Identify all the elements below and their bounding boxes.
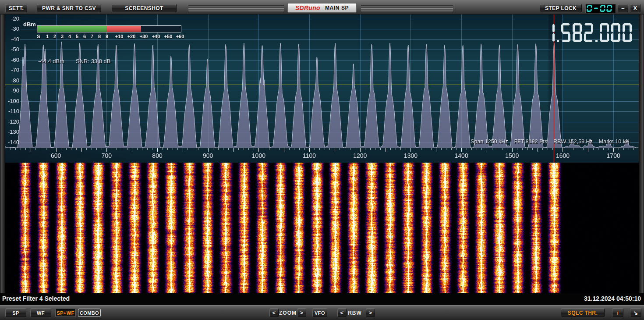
app-logo: SDRuno — [295, 4, 320, 11]
s-meter-scale-label: 2 — [53, 34, 56, 39]
rbw-up-button[interactable]: > — [366, 309, 375, 317]
sqlc-thr-button[interactable]: SQLC THR. — [561, 309, 605, 317]
waterfall-canvas[interactable] — [5, 163, 639, 293]
frequency-scale-label: 1600 — [556, 152, 570, 159]
zoom-label: ZOOM — [279, 310, 297, 316]
pwr-snr-to-csv-button[interactable]: PWR & SNR TO CSV — [37, 4, 101, 12]
frequency-scale-label: 1500 — [505, 152, 519, 159]
frequency-scale-label: 800 — [152, 152, 162, 159]
dbm-scale-label: -80 — [5, 78, 19, 84]
frequency-scale-label: 1300 — [404, 152, 418, 159]
dbm-scale-label: -60 — [5, 57, 19, 63]
window-frame-right — [639, 14, 644, 293]
s-meter-scale-label: 7 — [91, 34, 93, 39]
step-size-digits — [587, 4, 615, 13]
s-meter-scale-label: +60 — [176, 34, 184, 39]
frequency-readout — [545, 23, 633, 43]
dbm-scale-label: -100 — [5, 98, 19, 104]
dbm-scale-label: -130 — [5, 129, 19, 135]
s-meter-scale-label: +50 — [164, 34, 173, 39]
frequency-scale-label: 1100 — [303, 152, 316, 159]
s-meter-red-bar — [106, 26, 141, 32]
titlebar-grip-left — [188, 5, 284, 12]
dbm-scale-label: -70 — [5, 67, 19, 73]
sdruno-main-sp-window: SETT. PWR & SNR TO CSV SCREENSHOT SDRuno… — [0, 0, 644, 320]
measurement-readout: -44,4 dBm SNR: 33,8 dB — [38, 58, 64, 64]
fft-readout: FFT 8192 Pts — [514, 139, 548, 145]
s-meter — [37, 25, 181, 32]
frequency-scale-label: 1200 — [353, 152, 367, 159]
step-size-display — [585, 4, 616, 13]
dbm-scale-label: -140 — [5, 139, 19, 146]
rbw-down-button[interactable]: < — [337, 309, 347, 317]
status-bar: Preset Filter 4 Selected 31.12.2024 04:5… — [0, 293, 644, 305]
frequency-scale-label: 600 — [51, 152, 61, 159]
dbm-scale-label: -50 — [5, 46, 19, 53]
s-meter-scale-label: S — [37, 34, 40, 39]
minimize-button[interactable]: – — [618, 4, 628, 12]
combo-view-button[interactable]: COMBO — [78, 309, 101, 317]
rbw-readout: RBW 152,59 Hz — [553, 139, 593, 145]
dbm-scale-label: -30 — [5, 26, 19, 32]
sp-wf-view-button[interactable]: SP+WF — [55, 309, 76, 317]
zoom-out-button[interactable]: < — [269, 309, 279, 317]
s-meter-scale-label: 8 — [98, 34, 101, 39]
frequency-scale-label: 1700 — [607, 152, 620, 159]
s-meter-scale-label: 5 — [76, 34, 78, 39]
title-plate: SDRuno MAIN SP — [287, 3, 357, 13]
s-meter-green-bar — [37, 26, 106, 32]
bottom-toolbar: SP WF SP+WF COMBO < ZOOM > VFO < RBW > S… — [0, 305, 644, 320]
settings-button[interactable]: SETT. — [5, 4, 27, 12]
dbm-unit-label: dBm — [23, 21, 36, 28]
window-frame-left — [0, 14, 5, 293]
s-meter-scale-label: +10 — [115, 34, 124, 39]
sp-view-button[interactable]: SP — [5, 309, 26, 317]
s-meter-scale-label: +40 — [152, 34, 160, 39]
info-button[interactable]: i — [612, 309, 623, 317]
dbm-scale-label: -40 — [5, 36, 19, 43]
panel-title: MAIN SP — [325, 5, 349, 11]
span-readout: Span 1250 kHz — [471, 139, 508, 145]
spectrum-settings-readout: Span 1250 kHz FFT 8192 Pts RBW 152,59 Hz… — [471, 139, 630, 145]
frequency-scale-label: 900 — [203, 152, 213, 159]
s-meter-scale-label: 1 — [46, 34, 49, 39]
status-message: Preset Filter 4 Selected — [2, 295, 70, 302]
frequency-scale-label: 1000 — [252, 152, 265, 159]
s-meter-scale-label: 6 — [83, 34, 86, 39]
vfo-button[interactable]: VFO — [312, 309, 327, 317]
dbm-scale-label: -20 — [5, 16, 19, 22]
s-meter-scale-label: 4 — [68, 34, 71, 39]
marks-readout: Marks 10 kH — [599, 139, 630, 145]
screenshot-button[interactable]: SCREENSHOT — [112, 4, 177, 12]
frequency-scale-label: 1400 — [455, 152, 468, 159]
spectrum-panel: -20-30-40-50-60-70-80-90-100-110-120-130… — [5, 14, 639, 163]
s-meter-scale-label: 3 — [61, 34, 64, 39]
close-button[interactable]: X — [630, 4, 640, 12]
frequency-scale-label: 700 — [102, 152, 112, 159]
s-meter-scale-label: 9 — [106, 34, 108, 39]
dbm-scale-label: -110 — [5, 108, 19, 114]
snr-readout: SNR: 33,8 dB — [76, 58, 111, 64]
s-meter-scale-label: +20 — [127, 34, 136, 39]
rbw-label: RBW — [348, 310, 362, 316]
power-readout: -44,4 dBm — [38, 58, 64, 64]
resize-handle[interactable]: ↘ — [630, 309, 641, 317]
status-datetime: 31.12.2024 04:50:10 — [584, 295, 641, 302]
zoom-in-button[interactable]: > — [297, 309, 306, 317]
s-meter-scale-label: +30 — [140, 34, 148, 39]
titlebar[interactable]: SETT. PWR & SNR TO CSV SCREENSHOT SDRuno… — [0, 0, 644, 14]
wf-view-button[interactable]: WF — [30, 309, 51, 317]
step-lock-button[interactable]: STEP LOCK — [540, 4, 582, 12]
dbm-scale-label: -90 — [5, 88, 19, 94]
dbm-scale-label: -120 — [5, 119, 19, 125]
titlebar-grip-right — [361, 5, 453, 12]
